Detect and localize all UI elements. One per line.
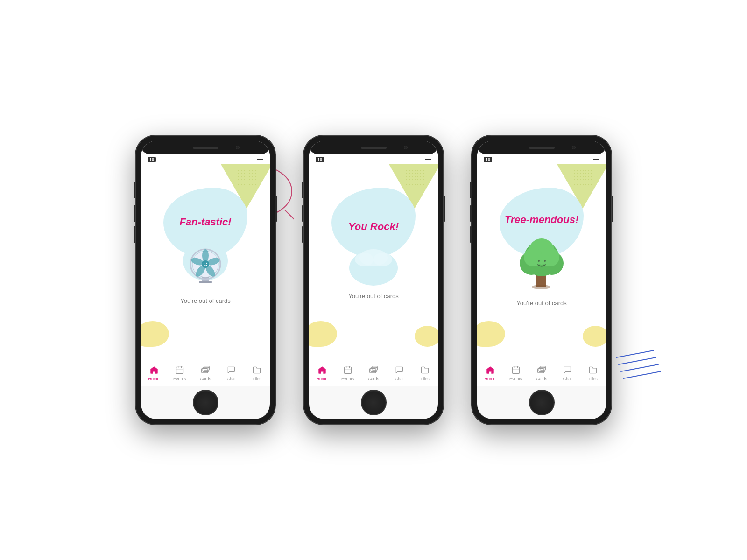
nav-cards-label-3: Cards <box>536 377 547 381</box>
svg-point-24 <box>355 253 374 266</box>
nav-cards-2[interactable]: Cards <box>363 365 384 381</box>
svg-rect-26 <box>344 367 351 373</box>
nav-home-label-2: Home <box>317 377 328 381</box>
card-title-1: Fan-tastic! <box>179 216 231 228</box>
out-of-cards-3: You're out of cards <box>516 300 567 307</box>
home-button-3[interactable] <box>529 390 555 415</box>
nav-chat-3[interactable]: Chat <box>557 365 578 381</box>
nav-chat-label-2: Chat <box>395 377 404 381</box>
status-left-3: 10 <box>484 157 492 162</box>
app-content-2: You Rock! You're out of cards <box>309 164 438 361</box>
deco-blob-yellow-left <box>141 321 169 347</box>
home-button-2[interactable] <box>361 390 387 415</box>
svg-rect-4 <box>199 281 212 283</box>
hamburger-menu-3[interactable] <box>593 158 599 162</box>
phone-2: 10 You Rock! <box>303 135 444 425</box>
svg-point-34 <box>532 285 550 289</box>
svg-line-50 <box>616 350 654 357</box>
nav-cards-3[interactable]: Cards <box>531 365 552 381</box>
nav-files-label-2: Files <box>421 377 430 381</box>
cards-icon-2 <box>368 365 379 375</box>
svg-rect-32 <box>372 366 378 370</box>
svg-point-40 <box>541 248 559 266</box>
nav-cards-1[interactable]: Cards <box>195 365 216 381</box>
hamburger-menu-2[interactable] <box>425 158 431 162</box>
nav-events-2[interactable]: Events <box>337 365 358 381</box>
events-icon <box>175 365 185 375</box>
home-button-1[interactable] <box>193 390 218 415</box>
nav-events-label-1: Events <box>173 377 186 381</box>
phone-2-body: 10 You Rock! <box>303 135 444 425</box>
nav-chat-1[interactable]: Chat <box>221 365 242 381</box>
illustration-fan <box>177 235 233 291</box>
chat-icon-3 <box>562 365 572 375</box>
nav-chat-label-1: Chat <box>227 377 236 381</box>
hamburger-icon-2 <box>425 158 431 162</box>
out-of-cards-2: You're out of cards <box>348 293 399 300</box>
cards-icon-3 <box>536 365 547 375</box>
nav-home-2[interactable]: Home <box>311 365 332 381</box>
notification-badge-2: 10 <box>316 157 324 162</box>
nav-chat-2[interactable]: Chat <box>389 365 410 381</box>
scene: 10 Fan-tastic! <box>135 135 612 425</box>
app-content-3: Tree-mendous! <box>477 164 606 361</box>
blue-lines-decoration <box>612 348 668 387</box>
home-icon-2 <box>317 365 327 375</box>
phone-1: 10 Fan-tastic! <box>135 135 275 425</box>
card-title-2: You Rock! <box>348 221 399 233</box>
nav-cards-label-2: Cards <box>368 377 379 381</box>
cards-icon <box>200 365 211 375</box>
notch-2 <box>309 141 438 154</box>
deco-blob-yellow-3 <box>477 321 505 347</box>
files-icon-2 <box>420 365 430 375</box>
status-left: 10 <box>148 157 156 162</box>
hamburger-icon-3 <box>593 158 599 162</box>
chat-icon <box>226 365 236 375</box>
camera-3 <box>572 146 576 149</box>
phone-3: 10 Tree-mendous! <box>472 135 612 425</box>
status-bar-2: 10 <box>309 154 438 164</box>
nav-home-1[interactable]: Home <box>143 365 164 381</box>
events-icon-3 <box>511 365 521 375</box>
svg-point-39 <box>524 248 543 266</box>
svg-point-41 <box>538 260 540 262</box>
notch-3 <box>477 141 606 154</box>
svg-point-25 <box>374 253 392 266</box>
svg-line-1 <box>285 210 294 219</box>
svg-point-13 <box>204 263 204 264</box>
nav-events-1[interactable]: Events <box>169 365 190 381</box>
app-content-1: Fan-tastic! <box>141 164 270 361</box>
status-bar-3: 10 <box>477 154 606 164</box>
out-of-cards-1: You're out of cards <box>180 297 231 304</box>
nav-home-label-1: Home <box>148 377 160 381</box>
nav-events-3[interactable]: Events <box>505 365 526 381</box>
card-title-3: Tree-mendous! <box>505 214 579 226</box>
notch <box>141 141 270 154</box>
speaker <box>193 147 218 149</box>
illustration-rock <box>343 240 404 287</box>
svg-rect-21 <box>204 366 210 370</box>
nav-files-label-1: Files <box>253 377 261 381</box>
nav-events-label-2: Events <box>341 377 354 381</box>
files-icon-3 <box>588 365 598 375</box>
home-icon-3 <box>485 365 495 375</box>
svg-rect-15 <box>176 367 183 373</box>
camera-2 <box>404 146 408 149</box>
phone-1-body: 10 Fan-tastic! <box>135 135 275 425</box>
phone-2-screen: 10 You Rock! <box>309 141 438 419</box>
deco-dots <box>237 167 256 185</box>
svg-line-51 <box>619 357 656 364</box>
nav-files-label-3: Files <box>589 377 598 381</box>
hamburger-menu[interactable] <box>257 158 263 162</box>
svg-point-14 <box>206 263 207 264</box>
nav-files-1[interactable]: Files <box>247 365 268 381</box>
svg-point-12 <box>202 260 209 268</box>
nav-files-2[interactable]: Files <box>415 365 436 381</box>
deco-blob-yellow-2 <box>309 321 337 347</box>
nav-home-3[interactable]: Home <box>479 365 500 381</box>
nav-files-3[interactable]: Files <box>583 365 604 381</box>
home-icon <box>149 365 159 375</box>
bottom-nav-1: Home Events <box>141 361 270 386</box>
svg-point-42 <box>544 260 546 262</box>
deco-dots-3 <box>573 167 592 185</box>
